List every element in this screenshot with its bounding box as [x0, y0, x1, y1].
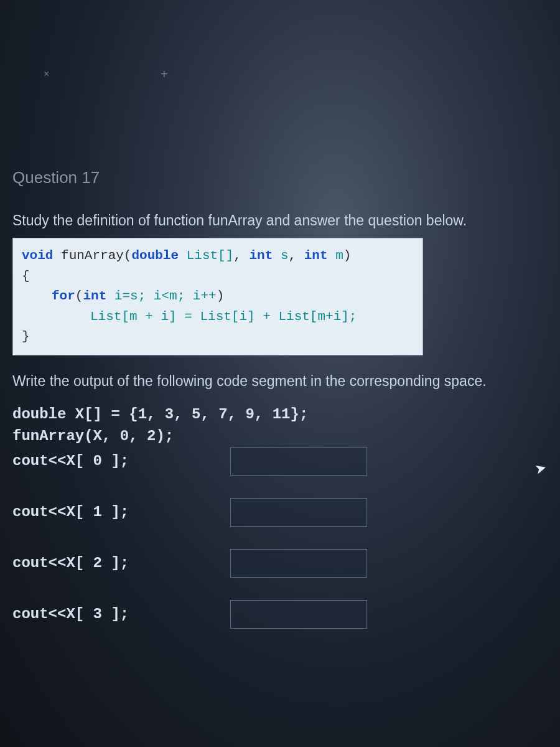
quiz-screen: × + Question 17 Study the definition of …	[0, 0, 560, 747]
new-tab-plus[interactable]: +	[161, 67, 168, 82]
param-list: List[]	[179, 248, 233, 263]
output-prompt: Write the output of the following code s…	[12, 373, 548, 390]
kw-int-for: int	[83, 289, 106, 303]
cout-label-1: cout<<X[ 1 ];	[12, 504, 230, 520]
paren-close: )	[343, 248, 352, 263]
answer-input-x0[interactable]	[230, 447, 367, 476]
kw-int-2: int	[304, 248, 328, 263]
rbrace: }	[22, 327, 414, 347]
paren-open: (	[124, 248, 132, 263]
answer-input-x2[interactable]	[230, 549, 367, 578]
cout-label-3: cout<<X[ 3 ];	[12, 606, 230, 622]
kw-void: void	[22, 248, 53, 263]
param-m: m	[328, 248, 343, 263]
question-content: Question 17 Study the definition of func…	[12, 168, 548, 651]
kw-double: double	[131, 248, 179, 263]
question-title: Question 17	[12, 168, 548, 187]
answer-input-x1[interactable]	[230, 498, 367, 527]
tab-close-hint: ×	[44, 68, 50, 80]
kw-int-1: int	[250, 248, 273, 263]
param-s: s	[273, 248, 288, 263]
snippet-line-1: double X[] = {1, 3, 5, 7, 9, 11};	[12, 406, 548, 423]
question-intro: Study the definition of function funArra…	[12, 212, 548, 229]
kw-for: for	[52, 289, 75, 303]
answer-input-x3[interactable]	[230, 600, 367, 629]
snippet-line-2: funArray(X, 0, 2);	[12, 428, 548, 444]
lbrace: {	[22, 266, 414, 287]
for-body: List[m + i] = List[i] + List[m+i];	[90, 309, 357, 324]
for-cond: i=s; i<m; i++	[106, 289, 216, 303]
fn-name: funArray	[53, 248, 123, 263]
for-open: (	[75, 289, 83, 303]
cout-label-2: cout<<X[ 2 ];	[12, 555, 230, 571]
cout-label-0: cout<<X[ 0 ];	[12, 453, 230, 469]
for-close: )	[217, 289, 225, 303]
code-definition-block: void funArray(double List[], int s, int …	[12, 238, 423, 355]
comma-2: ,	[289, 248, 304, 263]
comma-1: ,	[233, 248, 249, 263]
